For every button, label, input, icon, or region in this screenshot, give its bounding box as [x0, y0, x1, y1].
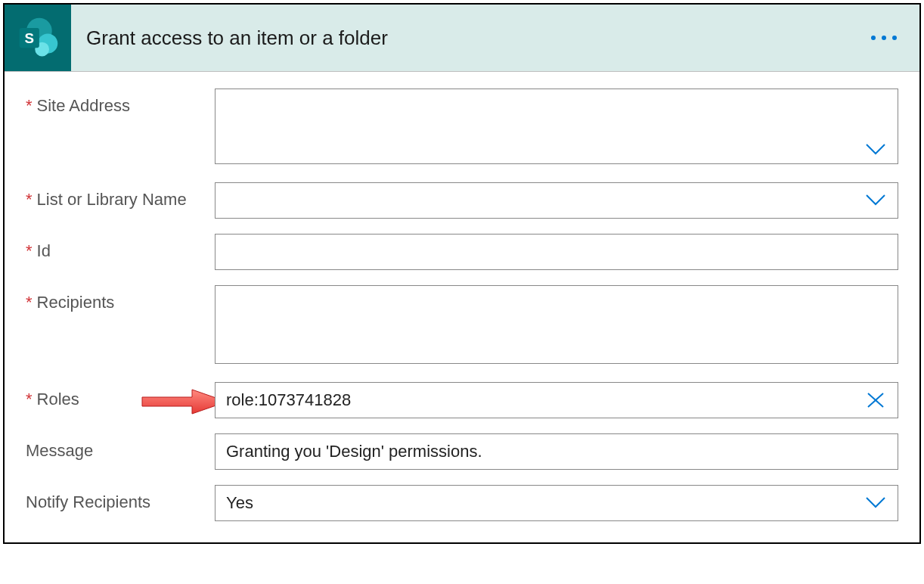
svg-text:S: S: [24, 30, 34, 46]
dot-icon: [871, 36, 876, 40]
row-list-library: * List or Library Name: [26, 182, 898, 219]
label-message: Message: [26, 433, 215, 461]
row-id: * Id: [26, 234, 898, 270]
row-recipients: * Recipients: [26, 285, 898, 367]
label-notify: Notify Recipients: [26, 485, 215, 512]
sharepoint-icon: S: [5, 5, 71, 71]
row-roles: * Roles: [26, 382, 898, 418]
site-address-input[interactable]: [215, 89, 898, 164]
id-input[interactable]: [215, 234, 898, 270]
notify-input[interactable]: [215, 485, 898, 521]
recipients-input[interactable]: [215, 285, 898, 364]
roles-input[interactable]: [215, 382, 898, 418]
required-marker: *: [26, 190, 33, 210]
label-list-library: * List or Library Name: [26, 182, 215, 210]
dot-icon: [882, 36, 886, 40]
label-id: * Id: [26, 234, 215, 261]
row-notify: Notify Recipients: [26, 485, 898, 521]
label-roles: * Roles: [26, 382, 215, 409]
message-input[interactable]: [215, 433, 898, 470]
required-marker: *: [26, 293, 33, 312]
required-marker: *: [26, 390, 33, 409]
clear-icon[interactable]: [865, 392, 886, 408]
row-message: Message: [26, 433, 898, 470]
more-menu-button[interactable]: [871, 36, 897, 40]
required-marker: *: [26, 241, 33, 261]
required-marker: *: [26, 96, 33, 116]
card-title: Grant access to an item or a folder: [86, 26, 388, 50]
action-card: S Grant access to an item or a folder * …: [3, 3, 921, 544]
card-body: * Site Address * List or Library Name *: [5, 71, 919, 542]
label-site-address: * Site Address: [26, 89, 215, 116]
list-library-input[interactable]: [215, 182, 898, 219]
label-recipients: * Recipients: [26, 285, 215, 312]
row-site-address: * Site Address: [26, 89, 898, 167]
card-header: S Grant access to an item or a folder: [5, 5, 919, 71]
dot-icon: [892, 36, 897, 40]
